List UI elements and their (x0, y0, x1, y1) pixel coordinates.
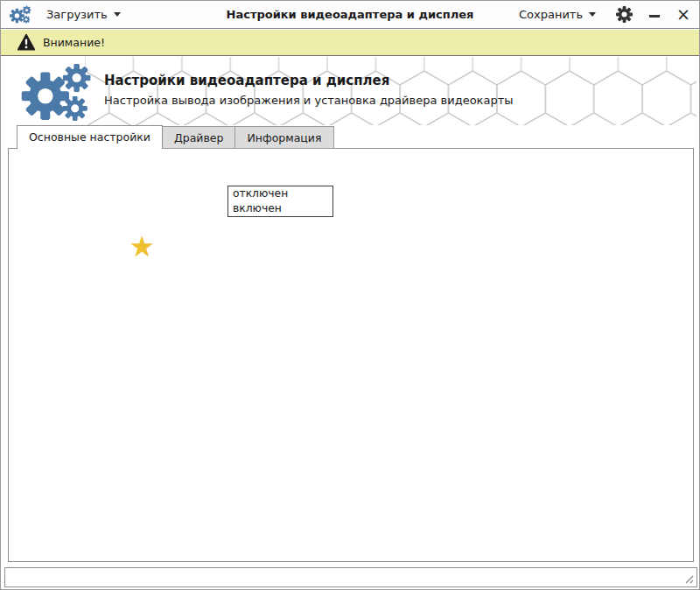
settings-gear-button[interactable] (616, 6, 633, 23)
close-button[interactable]: × (676, 6, 690, 23)
tab-driver[interactable]: Драйвер (163, 126, 235, 149)
dropdown-option-enabled[interactable]: включен (228, 201, 332, 216)
minimize-button[interactable] (649, 15, 660, 18)
page-subtitle: Настройка вывода изображения и установка… (104, 94, 514, 107)
header-logo-gears-icon (18, 63, 95, 121)
resize-grip[interactable] (682, 572, 694, 584)
app-window: Загрузить Настройки видеоадаптера и дисп… (0, 0, 700, 590)
save-menu-button[interactable]: Сохранить (515, 8, 599, 21)
page-title: Настройки видеоадаптера и дисплея (104, 73, 389, 88)
auto-driver-dropdown-list: отключен включен (228, 186, 333, 217)
status-bar (4, 567, 697, 587)
hexagon-pattern-background (85, 57, 696, 125)
tab-page-main-settings (8, 148, 694, 562)
tab-information[interactable]: Информация (235, 126, 333, 149)
warning-banner: Внимание! (1, 30, 699, 56)
titlebar: Загрузить Настройки видеоадаптера и дисп… (1, 1, 699, 29)
tab-bar: Основные настройки Драйвер Информация (17, 125, 334, 149)
chevron-down-icon (589, 12, 596, 17)
page-header: Настройки видеоадаптера и дисплея Настро… (1, 57, 699, 125)
tab-main-settings[interactable]: Основные настройки (17, 125, 163, 149)
primary-monitor-star-icon: ★ (129, 232, 155, 261)
warning-text: Внимание! (43, 36, 105, 49)
save-menu-label: Сохранить (519, 8, 583, 21)
dropdown-option-disabled[interactable]: отключен (228, 186, 332, 201)
warning-triangle-icon (17, 33, 36, 52)
